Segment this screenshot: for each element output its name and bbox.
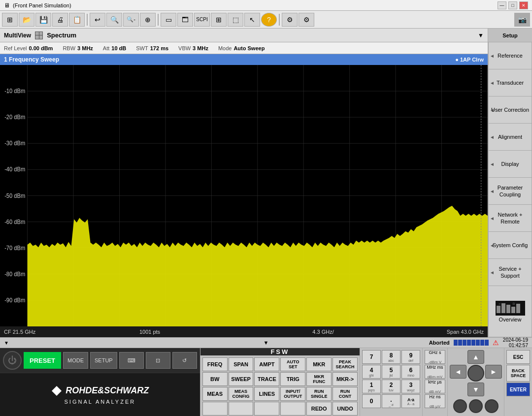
spectrum-chart-container[interactable]: -10 dBm -20 dBm -30 dBm -40 dBm -50 dBm … xyxy=(0,65,488,326)
logo-section: ⏻ PRESET MODE SETUP ⌨ ⊡ ↺ xyxy=(0,348,200,416)
transducer-button[interactable]: ◄ Transducer xyxy=(488,69,532,96)
num-3-button[interactable]: 3wxyz xyxy=(401,380,420,393)
minimize-button[interactable]: — xyxy=(498,1,506,9)
tb-settings-button[interactable]: ⚙ xyxy=(282,13,298,27)
up-row-4: Hz nsdB μV xyxy=(425,394,445,408)
mkr-button[interactable]: MKR xyxy=(306,357,332,371)
kp-empty2[interactable] xyxy=(229,402,254,416)
esc-button[interactable]: ESC xyxy=(506,350,530,364)
tb-print-button[interactable]: 🖨 xyxy=(52,13,68,27)
tb-zoom-button[interactable]: ⊕ xyxy=(140,13,156,27)
num-5-button[interactable]: 5jkl xyxy=(382,365,400,379)
tb-remote-button[interactable]: ⬚ xyxy=(228,13,243,27)
num-dot-button[interactable]: ._·# xyxy=(382,394,400,408)
nav-down-button[interactable]: ▼ xyxy=(467,383,484,396)
network-remote-button[interactable]: ◄ Network + Remote xyxy=(488,205,532,232)
undo-ctrl-button[interactable]: ↺ xyxy=(172,352,197,369)
meas-config-button[interactable]: MEAS CONFIG xyxy=(229,387,254,401)
num-9-button[interactable]: 9def xyxy=(401,350,420,364)
tb-scpi-button[interactable]: SCPI xyxy=(194,13,210,27)
nav-left-button[interactable]: ◄ xyxy=(450,365,466,379)
bw-button[interactable]: BW xyxy=(202,372,228,386)
unit-ghz-button[interactable]: GHz s-dBm V xyxy=(425,350,445,364)
peak-search-button[interactable]: PEAK SEARCH xyxy=(332,357,358,371)
rbw-param: RBW 3 MHz xyxy=(63,45,93,51)
close-button[interactable]: ✕ xyxy=(519,1,528,9)
freq-button[interactable]: FREQ xyxy=(202,357,228,371)
kp-empty4[interactable] xyxy=(280,402,305,416)
unit-khz-button[interactable]: kHz μsdB mV xyxy=(425,380,445,393)
unit-hz-button[interactable]: Hz nsdB μV xyxy=(425,394,445,408)
trace-button[interactable]: TRACE xyxy=(254,372,279,386)
tb-home-button[interactable]: ⊞ xyxy=(2,13,18,27)
unit-mhz-button[interactable]: MHz msdBm mV xyxy=(425,365,445,379)
tb-camera-button[interactable]: 📷 xyxy=(514,13,530,27)
sweep-button[interactable]: SWEEP xyxy=(229,372,254,386)
tb-info-button[interactable]: ? xyxy=(261,13,277,27)
setup-button[interactable]: SETUP xyxy=(90,352,117,369)
redo-button[interactable]: REDO xyxy=(306,402,332,416)
overview-button[interactable]: → □ Overview xyxy=(488,286,532,337)
nav-knob-3[interactable] xyxy=(469,399,483,413)
system-config-button[interactable]: ◄ System Config xyxy=(488,232,532,259)
tb-help-button[interactable]: ↖ xyxy=(244,13,260,27)
window-ctrl-button[interactable]: ⊡ xyxy=(146,352,170,369)
meas-button[interactable]: MEAS xyxy=(202,387,228,401)
mkr-func-button[interactable]: MKR FUNC xyxy=(306,372,332,386)
toolbar-sep-1 xyxy=(87,14,88,26)
trig-button[interactable]: TRIG xyxy=(280,372,305,386)
num-2-button[interactable]: 2tuv xyxy=(382,380,400,393)
tb-zoom-in-button[interactable]: 🔍 xyxy=(106,13,122,27)
input-output-button[interactable]: INPUT/ OUTPUT xyxy=(280,387,305,401)
tb-window-button[interactable]: 🗔 xyxy=(177,13,193,27)
maximize-button[interactable]: □ xyxy=(508,1,517,9)
enter-button[interactable]: ENTER xyxy=(506,383,530,396)
tb-copy-button[interactable]: 📋 xyxy=(69,13,85,27)
nav-knob-4[interactable] xyxy=(485,399,499,413)
backspace-button[interactable]: BACK SPACE xyxy=(506,365,530,382)
service-support-button[interactable]: ◄ Service + Support xyxy=(488,259,532,286)
tb-back-button[interactable]: ↩ xyxy=(90,13,105,27)
tb-config-button[interactable]: ⚙ xyxy=(299,13,314,27)
tb-zoom-out-button[interactable]: 🔍- xyxy=(123,13,139,27)
mode-button[interactable]: MODE xyxy=(63,352,88,369)
num-6-button[interactable]: 6mno xyxy=(401,365,420,379)
tb-network-button[interactable]: ⊞ xyxy=(211,13,227,27)
display-button[interactable]: ◄ Display xyxy=(488,151,532,178)
tb-open-button[interactable]: 📂 xyxy=(19,13,34,27)
num-8-button[interactable]: 8abc xyxy=(382,350,400,364)
kp-empty3[interactable] xyxy=(254,402,279,416)
auto-set-button[interactable]: AUTO SET xyxy=(280,357,305,371)
spectrum-status-bar: CF 21.5 GHz 1001 pts 4.3 GHz/ Span 43.0 … xyxy=(0,326,488,337)
keyboard-button[interactable]: ⌨ xyxy=(119,352,144,369)
ampt-button[interactable]: AMPT xyxy=(254,357,279,371)
multiview-dropdown-arrow[interactable]: ▼ xyxy=(478,32,484,39)
alignment-button[interactable]: ◄ Alignment xyxy=(488,124,532,151)
reference-button[interactable]: ◄ Reference xyxy=(488,42,532,69)
parameter-coupling-button[interactable]: ◄ Parameter Coupling xyxy=(488,178,532,205)
num-4-button[interactable]: 4ghi xyxy=(362,365,381,379)
alpha-button[interactable]: A·aA - a xyxy=(401,394,420,408)
user-correction-button[interactable]: ◄ User Correction xyxy=(488,96,532,124)
nav-knob-2[interactable] xyxy=(453,399,467,413)
nav-knob-1[interactable] xyxy=(467,365,484,382)
tb-save-button[interactable]: 💾 xyxy=(35,13,51,27)
lines-button[interactable]: LINES xyxy=(254,387,279,401)
kp-empty1[interactable] xyxy=(202,402,228,416)
progress-seg-3 xyxy=(463,340,466,346)
tb-screen-button[interactable]: ▭ xyxy=(161,13,176,27)
nav-up-button[interactable]: ▲ xyxy=(467,350,484,364)
undo-ctrl-icon: ↺ xyxy=(182,357,187,363)
span-button[interactable]: SPAN xyxy=(229,357,254,371)
power-button[interactable]: ⏻ xyxy=(3,351,22,370)
nav-right-button[interactable]: ► xyxy=(485,365,502,379)
num-1-button[interactable]: 1pqrs xyxy=(362,380,381,393)
num-0-button[interactable]: 0 xyxy=(362,394,381,408)
num-7-button[interactable]: 7 xyxy=(362,350,381,364)
run-cont-button[interactable]: RUN CONT xyxy=(332,387,358,401)
run-single-button[interactable]: RUN SINGLE xyxy=(306,387,332,401)
undo-button[interactable]: UNDO xyxy=(332,402,358,416)
mkr-to-button[interactable]: MKR-> xyxy=(332,372,358,386)
preset-button[interactable]: PRESET xyxy=(24,352,61,369)
vbw-param: VBW 3 MHz xyxy=(178,45,208,51)
